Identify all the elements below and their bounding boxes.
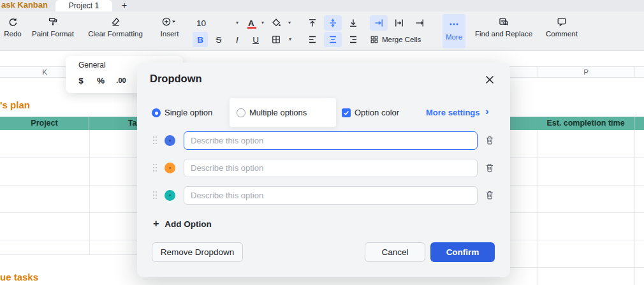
multiple-options-label[interactable]: Multiple options bbox=[249, 108, 307, 118]
option-color-swatch[interactable]: ▾ bbox=[165, 135, 175, 146]
add-sheet-button[interactable]: + bbox=[119, 0, 130, 11]
tab-project-1[interactable]: Project 1 bbox=[55, 0, 112, 11]
option-text-input[interactable] bbox=[184, 131, 478, 150]
bold-button[interactable]: B bbox=[193, 32, 208, 47]
find-replace-label: Find and Replace bbox=[475, 30, 532, 38]
text-color-button[interactable]: A ▾ bbox=[245, 15, 265, 31]
section-title-plan[interactable]: 's plan bbox=[0, 99, 30, 110]
align-left-button[interactable] bbox=[304, 32, 321, 47]
gridline-v bbox=[89, 130, 90, 254]
section-title-tasks[interactable]: ue tasks bbox=[0, 272, 38, 282]
chevron-down-icon: ▾ bbox=[236, 20, 238, 26]
drag-handle-icon[interactable] bbox=[152, 191, 157, 200]
multiple-options-radio[interactable] bbox=[237, 108, 245, 117]
insert-icon bbox=[161, 17, 178, 27]
tab-strip: ask Kanban Project 1 + bbox=[0, 0, 644, 11]
option-text-input[interactable] bbox=[184, 186, 478, 205]
clear-formatting-icon bbox=[110, 17, 121, 27]
font-size-select[interactable]: 10 ▾ bbox=[193, 15, 242, 31]
chevron-right-icon[interactable]: › bbox=[485, 105, 489, 118]
currency-format-button[interactable]: $ bbox=[73, 73, 89, 88]
insert-button[interactable]: Insert bbox=[152, 11, 187, 51]
redo-icon bbox=[8, 17, 18, 27]
gridline-h bbox=[0, 254, 137, 255]
align-right-button[interactable] bbox=[344, 32, 362, 47]
underline-button[interactable]: U bbox=[248, 32, 263, 47]
delete-option-icon[interactable] bbox=[485, 190, 495, 200]
confirm-button[interactable]: Confirm bbox=[430, 242, 495, 262]
option-text-input[interactable] bbox=[184, 159, 478, 177]
drag-handle-icon[interactable] bbox=[152, 136, 157, 145]
text-overflow-button[interactable] bbox=[370, 15, 388, 31]
single-option-radio[interactable] bbox=[152, 108, 161, 117]
option-color-checkbox[interactable] bbox=[342, 108, 351, 117]
strikethrough-button[interactable]: S bbox=[211, 32, 226, 47]
align-right-icon bbox=[348, 34, 358, 45]
header-cell-est-completion[interactable]: Est. completion time bbox=[538, 117, 634, 130]
chevron-down-icon: ▾ bbox=[169, 138, 172, 143]
italic-button[interactable]: I bbox=[230, 32, 245, 47]
align-center-button[interactable] bbox=[324, 32, 342, 47]
merge-cells-button[interactable]: Merge Cells bbox=[369, 32, 431, 47]
text-color-swatch bbox=[247, 27, 256, 29]
close-icon[interactable] bbox=[483, 73, 496, 86]
single-option-label[interactable]: Single option bbox=[165, 108, 212, 118]
delete-option-icon[interactable] bbox=[485, 135, 495, 145]
chevron-down-icon: ▾ bbox=[169, 166, 172, 170]
align-bottom-button[interactable] bbox=[344, 15, 362, 31]
spreadsheet-app-window: ask Kanban Project 1 + Redo Paint Format… bbox=[0, 0, 644, 285]
more-label: More bbox=[446, 33, 462, 41]
paint-format-button[interactable]: Paint Format bbox=[27, 11, 79, 51]
more-button[interactable]: More bbox=[443, 14, 465, 48]
chevron-down-icon: ▾ bbox=[169, 193, 172, 198]
font-size-value: 10 bbox=[196, 18, 206, 28]
fill-color-button[interactable]: ▾ bbox=[269, 15, 292, 31]
gridline-v bbox=[634, 130, 635, 285]
option-color-label[interactable]: Option color bbox=[355, 108, 399, 118]
more-settings-link[interactable]: More settings bbox=[426, 108, 480, 117]
cancel-button[interactable]: Cancel bbox=[365, 242, 425, 262]
add-option-label: Add Option bbox=[165, 219, 211, 229]
align-top-button[interactable] bbox=[304, 15, 321, 31]
column-divider bbox=[538, 67, 538, 77]
align-bottom-icon bbox=[348, 18, 358, 28]
borders-icon bbox=[271, 34, 281, 45]
remove-dropdown-button[interactable]: Remove Dropdown bbox=[152, 242, 243, 262]
number-format-title: General bbox=[78, 61, 106, 69]
merge-cells-label: Merge Cells bbox=[382, 36, 421, 43]
tab-task-kanban[interactable]: ask Kanban bbox=[1, 0, 48, 11]
percent-format-button[interactable]: % bbox=[93, 73, 108, 88]
delete-option-icon[interactable] bbox=[485, 163, 495, 173]
toolbar: Redo Paint Format Clear Formatting Inser… bbox=[0, 11, 644, 51]
comment-button[interactable]: Comment bbox=[539, 11, 584, 51]
align-top-icon bbox=[307, 18, 318, 28]
redo-button[interactable]: Redo bbox=[0, 11, 26, 51]
text-clip-button[interactable] bbox=[411, 15, 428, 31]
header-cell-project[interactable]: Project bbox=[0, 117, 89, 130]
decimal-format-button[interactable]: .00 bbox=[113, 73, 129, 88]
clear-formatting-label: Clear Formatting bbox=[88, 30, 143, 38]
drag-handle-icon[interactable] bbox=[152, 163, 157, 172]
comment-label: Comment bbox=[546, 30, 578, 38]
align-middle-button[interactable] bbox=[324, 15, 342, 31]
option-color-swatch[interactable]: ▾ bbox=[165, 190, 175, 201]
more-dots-icon bbox=[449, 19, 459, 29]
underline-label: U bbox=[252, 35, 259, 45]
chevron-down-icon: ▾ bbox=[261, 20, 264, 26]
text-wrap-icon bbox=[394, 18, 404, 28]
align-left-icon bbox=[307, 34, 318, 45]
text-wrap-button[interactable] bbox=[390, 15, 408, 31]
clear-formatting-button[interactable]: Clear Formatting bbox=[82, 11, 149, 51]
fill-color-icon bbox=[271, 18, 281, 28]
plus-icon: + bbox=[153, 219, 159, 229]
option-color-swatch[interactable]: ▾ bbox=[165, 163, 175, 173]
dialog-title: Dropdown bbox=[150, 73, 202, 85]
column-header-p[interactable]: P bbox=[538, 67, 634, 77]
find-replace-button[interactable]: Find and Replace bbox=[471, 11, 537, 51]
column-divider bbox=[634, 67, 635, 77]
gridline-h bbox=[510, 267, 644, 268]
redo-label: Redo bbox=[4, 30, 22, 38]
align-middle-icon bbox=[328, 18, 338, 28]
borders-button[interactable]: ▾ bbox=[268, 32, 293, 47]
add-option-button[interactable]: + Add Option bbox=[150, 216, 212, 232]
